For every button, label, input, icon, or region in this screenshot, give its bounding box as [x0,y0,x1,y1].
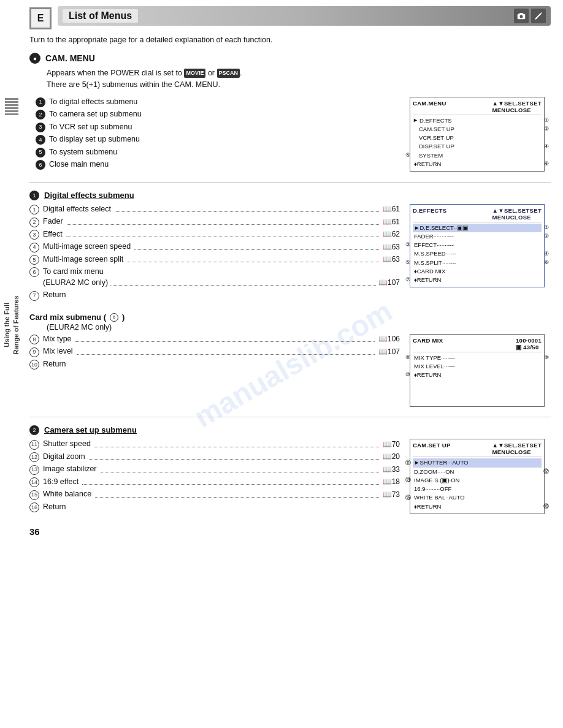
list-item: 15 White balance 📖73 [29,489,400,500]
diagram-row: EFFECT·······--- ③ [413,241,542,249]
cam-menu-diagram-box: CAM.MENU ▲▼SEL.SETSETMENUCLOSE ► D.EFFEC… [410,97,545,172]
sidebar-rotated-text: Using the Full Range of Features [2,295,21,354]
list-item: 11 Shutter speed 📖70 [29,439,400,450]
list-item: 4 To display set up submenu [36,134,400,145]
svg-line-3 [536,14,540,18]
diagram-row: ⑤ SYSTEM [413,151,542,160]
diagram-row: ► D.EFFECTS ① [413,116,542,125]
camera-setup-title: Camera set up submenu [44,425,137,434]
list-item: 13 Image stabilizer 📖33 [29,464,400,475]
svg-point-1 [520,15,523,18]
card-mix-diagram-box: CARD MIX 100·0001▣ 43/50 ⑧ MIX TYPE·····… [410,334,545,408]
diagram-row: ♦RETURN ⑥ [413,160,542,169]
diagram-row: ♦CARD MIX [413,267,542,276]
diagram-row: ⑪ ►SHUTTER···AUTO [413,458,542,467]
diagram-row: ⑬ IMAGE S.(▣)·ON [413,476,542,485]
page-number: 36 [29,526,551,537]
diagram-row: 16:9·········OFF [413,485,542,493]
diagram-row: D.ZOOM·····ON ⑫ [413,468,542,476]
movie-badge: MOVIE [184,69,205,78]
list-item: 10 Return [29,359,400,370]
diagram-row: MIX LEVEL···--- [413,362,542,371]
diagram-row: M.S.SPLIT·····--- ⑤ ⑥ [413,259,542,267]
card-mix-twocol: 8 Mix type 📖106 9 Mix level 📖107 10 Retu… [29,334,551,408]
list-item: 14 16:9 effect 📖18 [29,477,400,488]
diagram-row: FADER·········--- ② [413,232,542,241]
list-item: 5 Multi-image screen split 📖63 [29,254,400,265]
pencil-icon [531,9,546,23]
divider2 [29,417,551,417]
list-item: 7 Return [29,290,400,301]
list-item: 16 Return [29,502,400,513]
list-item: 8 Mix type 📖106 [29,334,400,345]
digital-effects-diagram: D.EFFECTS ▲▼SEL.SETSETMENUCLOSE ►D.E.SEL… [410,204,551,303]
pscan-badge: PSCAN [217,69,240,78]
sidebar: Using the Full Range of Features [0,0,23,728]
svg-line-4 [540,13,542,14]
sidebar-rotated-text-wrapper: Using the Full Range of Features [0,264,23,386]
diagram-row: DISP.SET UP ④ [413,142,542,151]
content-area: Turn to the appropriate page for a detai… [29,36,551,537]
list-item: 6 Close main menu [36,159,400,170]
list-item: 5 To system submenu [36,147,400,158]
main-content: E List of Menus Turn to t [23,0,563,728]
svg-line-5 [535,18,537,19]
digital-effects-num: 1 [29,191,39,200]
e-box: E [29,7,52,29]
diagram-row: ⑮ WHITE BAL··AUTO [413,493,542,502]
digital-effects-diagram-box: D.EFFECTS ▲▼SEL.SETSETMENUCLOSE ►D.E.SEL… [410,204,545,288]
list-item: 9 Mix level 📖107 [29,346,400,357]
camera-setup-list: 11 Shutter speed 📖70 12 Digital zoom 📖20… [29,439,400,514]
svg-rect-2 [519,13,523,14]
cam-menu-list: 1 To digital effects submenu 2 To camera… [29,97,400,172]
list-item: 4 Multi-image screen speed 📖63 [29,241,400,252]
list-item: 3 To VCR set up submenu [36,122,400,133]
diagram-row: CAM.SET UP ② [413,125,542,134]
camera-setup-diagram-box: CAM.SET UP ▲▼SEL.SETSETMENUCLOSE ⑪ ►SHUT… [410,439,545,514]
card-mix-subtitle: (ELURA2 MC only) [47,323,551,332]
intro-text: Turn to the appropriate page for a detai… [29,36,551,44]
cam-menu-title: CAM. MENU [45,53,95,63]
list-item: 2 To camera set up submenu [36,109,400,120]
cam-menu-items: 1 To digital effects submenu 2 To camera… [36,97,400,170]
camera-setup-num: 2 [29,425,39,435]
list-item: 1 To digital effects submenu [36,97,400,108]
diagram-row: ⑧ MIX TYPE·····--- ⑨ [413,354,542,362]
list-item: 1 Digital effects select 📖61 [29,204,400,215]
digital-effects-twocol: 1 Digital effects select 📖61 2 Fader 📖61… [29,204,551,303]
header-icons [514,9,546,23]
digital-effects-title: Digital effects submenu [44,191,134,200]
digital-effects-list: 1 Digital effects select 📖61 2 Fader 📖61… [29,204,400,303]
list-item: 6 To card mix menu (ELURA2 MC only) 📖107 [29,267,400,288]
cam-menu-diagram: CAM.MENU ▲▼SEL.SETSETMENUCLOSE ► D.EFFEC… [410,97,551,172]
diagram-row: M.S.SPEED···--- ④ [413,249,542,258]
list-item: 12 Digital zoom 📖20 [29,452,400,463]
cam-menu-bullet: ● [29,53,40,64]
cam-menu-section: ● CAM. MENU [29,53,551,64]
camera-setup-diagram: CAM.SET UP ▲▼SEL.SETSETMENUCLOSE ⑪ ►SHUT… [410,439,551,514]
diagram-row: ►D.E.SELECT··▣▣ ① [413,224,542,232]
camera-setup-header: 2 Camera set up submenu [29,425,551,435]
diagram-row: ♦RETURN ⑦ [413,276,542,284]
divider [29,182,551,183]
camera-icon [514,9,529,23]
camera-setup-twocol: 11 Shutter speed 📖70 12 Digital zoom 📖20… [29,439,551,514]
diagram-row: ⑩ ♦RETURN [413,371,542,379]
list-item: 2 Fader 📖61 [29,216,400,227]
sidebar-decoration [5,98,18,115]
cam-menu-twocol: 1 To digital effects submenu 2 To camera… [29,97,551,172]
list-item: 3 Effect 📖62 [29,229,400,240]
card-mix-diagram: CARD MIX 100·0001▣ 43/50 ⑧ MIX TYPE·····… [410,334,551,408]
page-title: List of Menus [63,9,138,23]
diagram-row: ♦RETURN ⑯ [413,502,542,511]
header-bar: List of Menus [58,6,551,26]
card-mix-list: 8 Mix type 📖106 9 Mix level 📖107 10 Retu… [29,334,400,408]
diagram-row: VCR.SET UP [413,134,542,142]
appears-text: Appears when the POWER dial is set to MO… [47,67,551,91]
card-mix-section: Card mix submenu ( 6 ) (ELURA2 MC only) [29,313,551,332]
digital-effects-header: 1 Digital effects submenu [29,190,551,200]
